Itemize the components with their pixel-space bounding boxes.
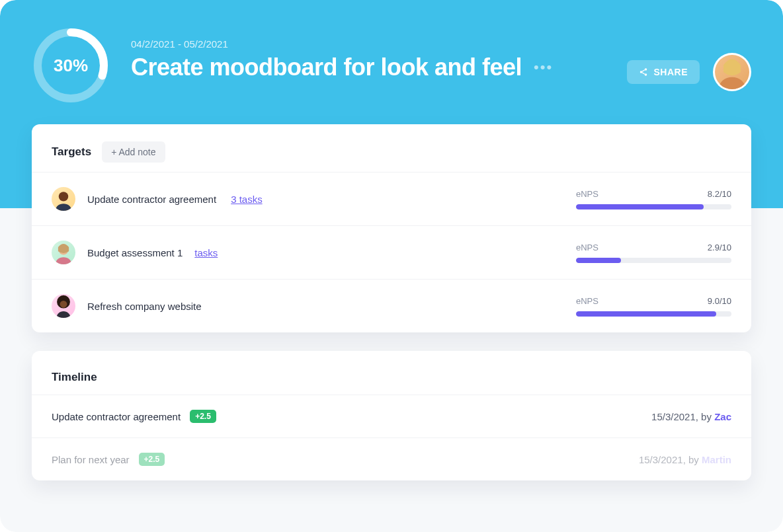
timeline-item-title: Update contractor agreement bbox=[52, 411, 181, 422]
svg-point-1 bbox=[645, 68, 647, 71]
timeline-row: Plan for next year +2.5 15/3/2021, by Ma… bbox=[32, 437, 751, 480]
timeline-author[interactable]: Zac bbox=[714, 411, 731, 422]
timeline-meta: 15/3/2021, by Zac bbox=[651, 411, 731, 422]
progress-percent-label: 30% bbox=[32, 26, 110, 104]
timeline-meta: 15/3/2021, by Martin bbox=[639, 454, 731, 465]
enps-meter: eNPS 2.9/10 bbox=[576, 243, 731, 263]
target-row: Budget assessment 1 tasks eNPS 2.9/10 bbox=[32, 225, 751, 279]
timeline-row: Update contractor agreement +2.5 15/3/20… bbox=[32, 395, 751, 437]
tasks-link[interactable]: 3 tasks bbox=[231, 194, 263, 205]
metric-label: eNPS bbox=[576, 243, 598, 252]
delta-badge: +2.5 bbox=[190, 410, 216, 423]
add-note-button[interactable]: + Add note bbox=[102, 141, 165, 163]
assignee-avatar[interactable] bbox=[52, 294, 75, 318]
assignee-avatar[interactable] bbox=[52, 187, 75, 211]
svg-point-2 bbox=[640, 71, 643, 73]
targets-title: Targets bbox=[52, 145, 91, 159]
svg-point-5 bbox=[59, 192, 68, 201]
share-icon bbox=[639, 67, 648, 77]
more-icon[interactable]: ••• bbox=[534, 59, 553, 76]
tasks-link[interactable]: tasks bbox=[194, 247, 218, 258]
assignee-avatar[interactable] bbox=[52, 241, 75, 264]
timeline-card: Timeline Update contractor agreement +2.… bbox=[32, 351, 751, 480]
timeline-author[interactable]: Martin bbox=[702, 454, 731, 465]
timeline-title: Timeline bbox=[52, 371, 731, 384]
target-title: Refresh company website bbox=[87, 301, 202, 312]
targets-card: Targets + Add note Update contractor agr… bbox=[32, 124, 751, 332]
target-row: Refresh company website eNPS 9.0/10 bbox=[32, 279, 751, 332]
timeline-item-title: Plan for next year bbox=[52, 454, 130, 465]
share-label: SHARE bbox=[653, 67, 688, 77]
target-row: Update contractor agreement 3 tasks eNPS… bbox=[32, 172, 751, 225]
svg-point-8 bbox=[60, 301, 67, 308]
delta-badge: +2.5 bbox=[139, 453, 165, 466]
metric-label: eNPS bbox=[576, 296, 598, 306]
metric-score: 8.2/10 bbox=[708, 189, 731, 199]
share-button[interactable]: SHARE bbox=[627, 60, 700, 84]
target-title: Update contractor agreement bbox=[87, 194, 216, 205]
enps-meter: eNPS 9.0/10 bbox=[576, 296, 731, 317]
metric-score: 2.9/10 bbox=[708, 243, 731, 252]
svg-point-3 bbox=[645, 73, 647, 76]
page-title: Create moodboard for look and feel bbox=[131, 54, 522, 81]
user-avatar[interactable] bbox=[713, 53, 751, 91]
date-range: 04/2/2021 - 05/2/2021 bbox=[131, 38, 606, 50]
enps-meter: eNPS 8.2/10 bbox=[576, 189, 731, 209]
metric-score: 9.0/10 bbox=[708, 296, 731, 306]
metric-label: eNPS bbox=[576, 189, 598, 199]
target-title: Budget assessment 1 bbox=[87, 247, 183, 258]
progress-ring: 30% bbox=[32, 26, 110, 104]
